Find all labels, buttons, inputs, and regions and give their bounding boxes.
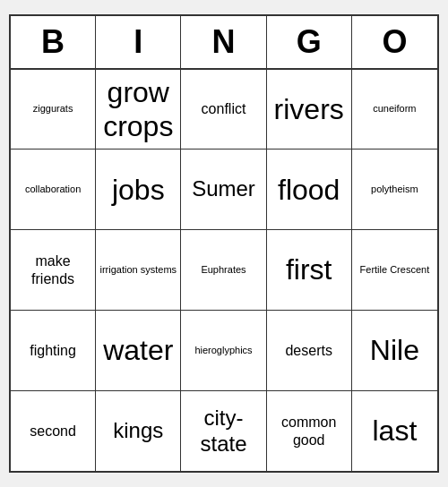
cell-text: deserts <box>285 342 332 359</box>
bingo-cell: city-state <box>181 391 266 472</box>
bingo-cell: second <box>11 391 96 472</box>
bingo-cell: fighting <box>11 311 96 391</box>
bingo-cell: Sumer <box>181 150 266 230</box>
cell-text: cuneiform <box>373 103 416 115</box>
header-letter: G <box>267 16 352 68</box>
bingo-cell: Fertile Crescent <box>352 230 437 311</box>
bingo-cell: first <box>267 230 352 311</box>
bingo-cell: grow crops <box>96 70 181 150</box>
bingo-cell: make friends <box>11 230 96 311</box>
bingo-cell: irrigation systems <box>96 230 181 311</box>
cell-text: collaboration <box>25 184 81 195</box>
cell-text: fighting <box>30 342 76 359</box>
bingo-cell: water <box>96 311 181 391</box>
cell-text: second <box>30 423 76 440</box>
cell-text: ziggurats <box>33 103 73 115</box>
bingo-cell: jobs <box>96 150 181 230</box>
bingo-cell: ziggurats <box>11 70 96 150</box>
bingo-cell: Euphrates <box>181 230 266 311</box>
cell-text: polytheism <box>371 184 418 195</box>
cell-text: jobs <box>112 173 165 207</box>
bingo-card: BINGO zigguratsgrow cropsconflictriversc… <box>9 14 439 474</box>
bingo-cell: Nile <box>352 311 437 391</box>
header-letter: N <box>181 16 266 68</box>
bingo-cell: kings <box>96 391 181 472</box>
bingo-cell: cuneiform <box>352 70 437 150</box>
cell-text: Fertile Crescent <box>360 264 430 276</box>
cell-text: conflict <box>202 100 246 117</box>
bingo-cell: deserts <box>267 311 352 391</box>
header-letter: B <box>11 16 96 68</box>
bingo-cell: conflict <box>181 70 266 150</box>
cell-text: irrigation systems <box>100 264 177 276</box>
cell-text: make friends <box>14 252 91 286</box>
cell-text: rivers <box>274 92 344 126</box>
bingo-cell: common good <box>267 391 352 472</box>
bingo-cell: last <box>352 391 437 472</box>
cell-text: grow crops <box>99 75 177 144</box>
bingo-grid: zigguratsgrow cropsconflictriverscuneifo… <box>11 70 437 472</box>
bingo-cell: polytheism <box>352 150 437 230</box>
cell-text: first <box>286 252 332 286</box>
bingo-header: BINGO <box>11 16 437 70</box>
cell-text: Nile <box>370 333 419 367</box>
header-letter: O <box>352 16 437 68</box>
cell-text: Euphrates <box>201 264 246 276</box>
cell-text: last <box>372 414 417 448</box>
bingo-cell: rivers <box>267 70 352 150</box>
cell-text: hieroglyphics <box>194 345 252 356</box>
bingo-cell: collaboration <box>11 150 96 230</box>
bingo-cell: flood <box>267 150 352 230</box>
header-letter: I <box>96 16 181 68</box>
cell-text: common good <box>271 414 348 448</box>
cell-text: Sumer <box>192 176 255 202</box>
bingo-cell: hieroglyphics <box>181 311 266 391</box>
cell-text: kings <box>113 418 163 444</box>
cell-text: city-state <box>185 406 262 457</box>
cell-text: water <box>103 333 173 367</box>
cell-text: flood <box>278 173 340 207</box>
